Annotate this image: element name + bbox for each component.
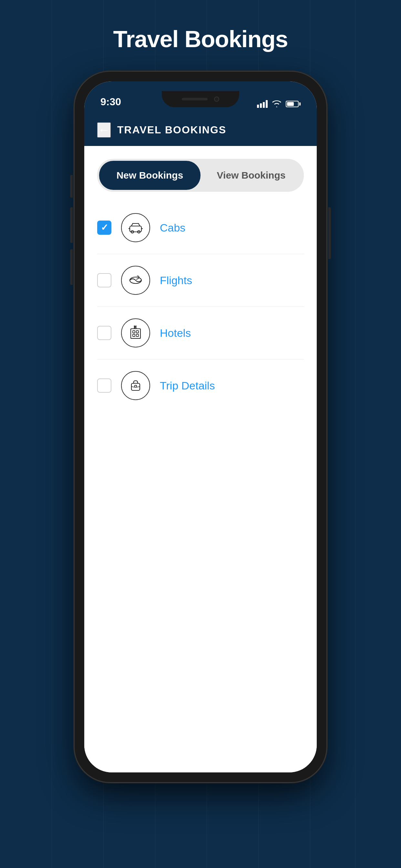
list-item: Flights xyxy=(97,254,304,307)
tab-new-bookings[interactable]: New Bookings xyxy=(99,161,201,190)
front-camera xyxy=(214,97,219,102)
notch xyxy=(162,91,239,107)
svg-rect-9 xyxy=(133,334,135,337)
cabs-icon-circle xyxy=(121,213,150,242)
side-button-silent xyxy=(70,175,73,197)
bag-icon xyxy=(128,378,143,393)
side-button-vol-down xyxy=(70,249,73,285)
trip-details-icon-circle xyxy=(121,371,150,400)
svg-text:H: H xyxy=(134,326,136,329)
svg-rect-6 xyxy=(131,329,141,338)
battery-icon xyxy=(286,101,301,107)
booking-list: ✓ Cabs xyxy=(84,202,317,772)
back-button[interactable]: ← xyxy=(97,122,111,137)
page-title: Travel Bookings xyxy=(113,26,288,52)
checkmark-icon: ✓ xyxy=(101,223,108,232)
trip-details-checkbox[interactable] xyxy=(97,378,112,393)
hotel-icon: H xyxy=(128,326,143,340)
flight-icon xyxy=(128,273,143,288)
flights-label: Flights xyxy=(160,274,304,287)
side-button-vol-up xyxy=(70,207,73,243)
side-button-power xyxy=(328,207,331,259)
tab-view-bookings[interactable]: View Bookings xyxy=(201,161,302,190)
speaker xyxy=(182,98,208,100)
nav-title: TRAVEL BOOKINGS xyxy=(117,124,226,136)
flights-icon-circle xyxy=(121,266,150,295)
wifi-icon xyxy=(272,100,281,107)
svg-rect-7 xyxy=(133,331,135,333)
signal-icon xyxy=(257,100,268,108)
hotels-checkbox[interactable] xyxy=(97,326,112,340)
svg-rect-10 xyxy=(136,334,138,337)
flights-checkbox[interactable] xyxy=(97,273,112,287)
hotels-icon-circle: H xyxy=(121,318,150,347)
status-time: 9:30 xyxy=(100,96,121,108)
svg-rect-8 xyxy=(136,331,138,333)
tab-switcher: New Bookings View Bookings xyxy=(97,159,304,192)
main-content: New Bookings View Bookings ✓ xyxy=(84,146,317,772)
cab-icon xyxy=(128,220,143,235)
list-item: H Hotels xyxy=(97,307,304,360)
nav-bar: ← TRAVEL BOOKINGS xyxy=(84,114,317,146)
status-icons xyxy=(257,100,301,108)
phone-screen: 9:30 xyxy=(84,82,317,772)
hotels-label: Hotels xyxy=(160,327,304,339)
list-item: ✓ Cabs xyxy=(97,202,304,254)
phone-container: 9:30 xyxy=(74,72,327,782)
list-item: Trip Details xyxy=(97,360,304,412)
cabs-label: Cabs xyxy=(160,221,304,234)
cabs-checkbox[interactable]: ✓ xyxy=(97,221,112,235)
trip-details-label: Trip Details xyxy=(160,379,304,392)
